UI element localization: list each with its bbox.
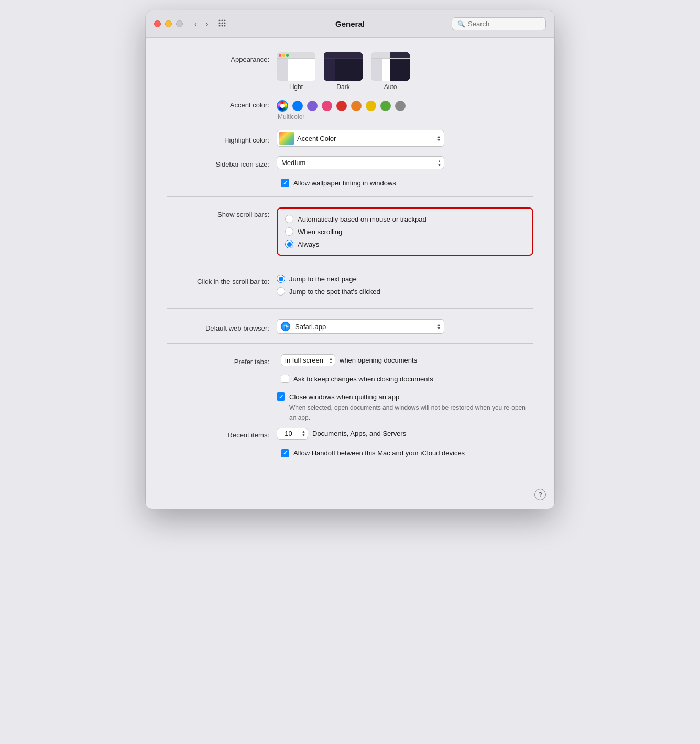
close-windows-checkbox[interactable] (277, 392, 285, 401)
sidebar-icon-size-select[interactable]: Medium Small Large (277, 156, 444, 169)
maximize-button[interactable] (176, 20, 183, 27)
settings-content: Appearance: Light (146, 38, 554, 483)
back-button[interactable]: ‹ (191, 18, 200, 30)
accent-graphite[interactable] (395, 101, 406, 111)
close-button[interactable] (154, 20, 161, 27)
recent-items-row: Recent items: 10 5 15 20 None Documents,… (167, 428, 533, 440)
scroll-scrolling-label: When scrolling (298, 228, 342, 236)
click-next-page-label: Jump to the next page (289, 275, 357, 283)
svg-point-4 (221, 23, 223, 24)
close-windows-description: When selected, open documents and window… (289, 404, 526, 421)
recent-items-label: Recent items: (167, 428, 277, 439)
appearance-dark-label: Dark (336, 83, 349, 91)
tabs-select-wrapper: in full screen always never (281, 354, 335, 366)
close-windows-content: Close windows when quitting an app When … (277, 392, 533, 422)
click-spot-row[interactable]: Jump to the spot that's clicked (277, 287, 380, 296)
search-bar[interactable]: 🔍 (452, 17, 546, 30)
appearance-dark[interactable]: Dark (324, 52, 363, 91)
appearance-auto-label: Auto (384, 83, 397, 91)
scroll-auto-row[interactable]: Automatically based on mouse or trackpad (285, 215, 525, 223)
accent-orange[interactable] (351, 101, 362, 111)
highlight-gradient (279, 132, 294, 145)
scroll-always-radio[interactable] (285, 240, 293, 248)
recent-items-controls: 10 5 15 20 None Documents, Apps, and Ser… (277, 428, 406, 440)
search-input[interactable] (468, 20, 540, 28)
highlight-color-select[interactable]: Accent Color (294, 133, 444, 145)
settings-window: ‹ › General 🔍 Appe (146, 10, 554, 509)
wallpaper-tinting-label: Allow wallpaper tinting in windows (293, 179, 396, 187)
allow-handoff-checkbox[interactable] (281, 449, 289, 457)
divider-2 (167, 308, 533, 309)
scroll-scrolling-radio[interactable] (285, 227, 293, 236)
svg-point-8 (224, 25, 225, 27)
scroll-bars-label: Show scroll bars: (167, 207, 277, 218)
click-next-page-row[interactable]: Jump to the next page (277, 275, 380, 283)
scroll-always-row[interactable]: Always (285, 240, 525, 248)
scroll-bars-highlight-box: Automatically based on mouse or trackpad… (277, 207, 533, 256)
appearance-options: Light Dark (277, 52, 410, 91)
scroll-bars-outer-row: Show scroll bars: Automatically based on… (167, 207, 533, 265)
click-scroll-bar-row: Click in the scroll bar to: Jump to the … (167, 275, 533, 296)
recent-items-select[interactable]: 10 5 15 20 None (277, 428, 308, 440)
ask-keep-changes-label: Ask to keep changes when closing documen… (293, 375, 433, 383)
close-windows-desc-container: When selected, open documents and window… (277, 402, 533, 422)
scroll-scrolling-row[interactable]: When scrolling (285, 227, 525, 236)
ask-keep-changes-checkbox[interactable] (281, 375, 289, 383)
window-content: Appearance: Light (146, 38, 554, 509)
accent-purple[interactable] (307, 101, 318, 111)
appearance-light[interactable]: Light (277, 52, 315, 91)
allow-handoff-row: Allow Handoff between this Mac and your … (167, 449, 533, 457)
ask-keep-changes-row: Ask to keep changes when closing documen… (167, 375, 533, 383)
wallpaper-tinting-checkbox[interactable] (281, 179, 289, 187)
sidebar-icon-size-label: Sidebar icon size: (167, 157, 277, 168)
minimize-button[interactable] (165, 20, 172, 27)
wallpaper-tinting-row: Allow wallpaper tinting in windows (167, 179, 533, 187)
prefer-tabs-row: Prefer tabs: in full screen always never… (167, 354, 533, 366)
click-spot-radio[interactable] (277, 287, 285, 296)
appearance-dark-thumb (324, 52, 363, 81)
svg-point-5 (224, 23, 225, 24)
default-browser-select[interactable]: Safari.app Chrome.app Firefox.app (293, 321, 444, 333)
svg-point-6 (218, 25, 220, 27)
accent-blue[interactable] (292, 101, 303, 111)
prefer-tabs-select[interactable]: in full screen always never (281, 354, 335, 366)
close-windows-check-row: Close windows when quitting an app (277, 392, 533, 401)
recent-items-wrapper: 10 5 15 20 None (277, 428, 308, 440)
click-spot-label: Jump to the spot that's clicked (289, 288, 380, 296)
accent-green[interactable] (380, 101, 391, 111)
traffic-lights (154, 20, 183, 27)
scroll-auto-label: Automatically based on mouse or trackpad (298, 215, 426, 223)
scroll-always-label: Always (298, 240, 319, 248)
recent-items-after-label: Documents, Apps, and Servers (312, 430, 406, 437)
close-windows-row: Close windows when quitting an app When … (167, 392, 533, 422)
click-next-page-radio[interactable] (277, 275, 285, 283)
svg-point-7 (221, 25, 223, 27)
accent-pink[interactable] (322, 101, 332, 111)
help-button[interactable]: ? (534, 489, 546, 500)
appearance-label: Appearance: (167, 52, 277, 63)
sidebar-icon-size-row: Sidebar icon size: Medium Small Large (167, 156, 533, 169)
forward-button[interactable]: › (202, 18, 211, 30)
svg-point-1 (221, 20, 223, 21)
grid-button[interactable] (216, 18, 228, 30)
default-browser-label: Default web browser: (167, 321, 277, 332)
accent-swatches (277, 100, 406, 112)
nav-buttons: ‹ › (191, 18, 212, 30)
prefer-tabs-after-label: when opening documents (340, 356, 417, 364)
highlight-select-wrapper[interactable]: Accent Color (277, 130, 444, 147)
scroll-bars-radio-group: Automatically based on mouse or trackpad… (285, 215, 525, 248)
safari-select-wrapper[interactable]: Safari.app Chrome.app Firefox.app (277, 319, 444, 334)
appearance-auto[interactable]: Auto (371, 52, 410, 91)
accent-yellow[interactable] (366, 101, 376, 111)
click-scroll-label: Click in the scroll bar to: (167, 275, 277, 286)
scroll-auto-radio[interactable] (285, 215, 293, 223)
divider-3 (167, 343, 533, 344)
click-scroll-radio-group: Jump to the next page Jump to the spot t… (277, 275, 380, 296)
svg-point-3 (218, 23, 220, 24)
accent-multicolor[interactable] (277, 100, 288, 112)
svg-point-0 (218, 20, 220, 21)
accent-sublabel: Multicolor (278, 113, 406, 121)
accent-red[interactable] (336, 101, 347, 111)
appearance-auto-thumb (371, 52, 410, 81)
sidebar-size-wrapper: Medium Small Large (277, 156, 444, 169)
